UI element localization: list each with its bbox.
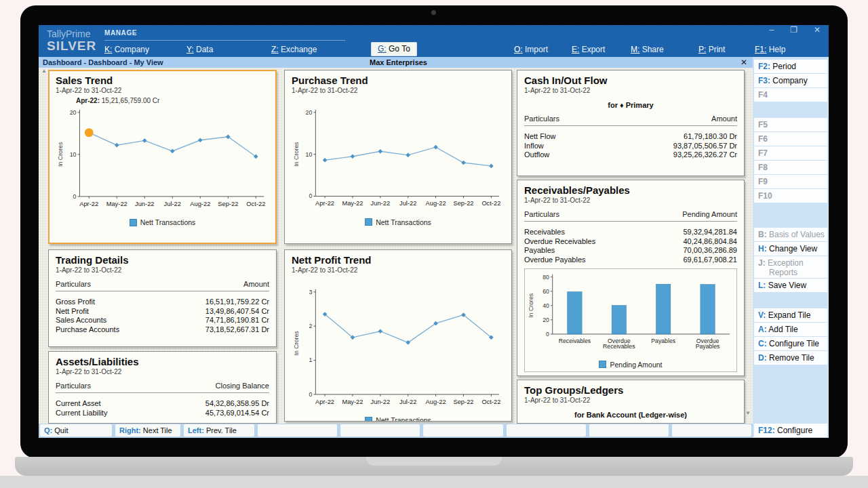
row-label: Overdue Payables xyxy=(524,256,586,265)
menu-data[interactable]: Y: Data xyxy=(186,45,213,54)
svg-text:10: 10 xyxy=(70,151,77,158)
tile-period: 1-Apr-22 to 31-Oct-22 xyxy=(56,367,269,376)
table-row[interactable]: Sales Accounts74,71,86,190.81 Cr xyxy=(56,316,269,325)
tile-purchase-trend[interactable]: Purchase Trend 1-Apr-22 to 31-Oct-22 010… xyxy=(284,70,512,244)
sidebar-item-f2[interactable]: F2: Period xyxy=(754,60,827,73)
column-header: Amount xyxy=(711,115,737,123)
receivables-bar-chart[interactable]: 020406080In CroresReceivablesOverdueRece… xyxy=(526,270,735,360)
app-window: TallyPrime SILVER MANAGE K: CompanyY: Da… xyxy=(39,25,829,439)
tile-assets-liabilities[interactable]: Assets/Liabilities 1-Apr-22 to 31-Oct-22… xyxy=(48,351,277,424)
maximize-icon[interactable]: ❐ xyxy=(790,25,797,35)
tile-context: for ♦ Primary xyxy=(524,101,737,109)
dashboard-close-icon[interactable]: ✕ xyxy=(741,58,747,67)
menu-label: Company xyxy=(112,45,149,54)
sidebar-item-a[interactable]: A: Add Tile xyxy=(754,323,827,336)
sidebar-item-l[interactable]: L: Save View xyxy=(754,279,827,292)
menu-help[interactable]: F1: Help xyxy=(755,45,785,54)
table-row[interactable]: Current Liability45,73,69,014.54 Cr xyxy=(56,409,269,418)
menu-company[interactable]: K: Company xyxy=(104,45,149,54)
bottombar-next-tile[interactable]: Right: Next Tile xyxy=(115,424,180,436)
sidebar-shortcut-key: F4 xyxy=(758,90,768,100)
table-row[interactable]: Receivables59,32,94,281.84 xyxy=(524,228,737,237)
receivables-table: ParticularsPending AmountReceivables59,3… xyxy=(524,210,737,264)
table-row[interactable]: Outflow93,25,26,326.27 Cr xyxy=(524,150,737,160)
close-icon[interactable]: ✕ xyxy=(814,25,821,35)
row-value: 73,18,52,667.31 Dr xyxy=(205,325,269,335)
sidebar-shortcut-key: V: xyxy=(758,310,766,320)
dashboard-content: ▲ ▼ Sales Trend 1-Apr-22 to 31-Oct-22 Ap… xyxy=(39,68,753,424)
trading-details-table: ParticularsAmountGross Profit16,51,91,75… xyxy=(56,280,269,334)
bottombar-label: Quit xyxy=(52,426,68,434)
menu-label: Data xyxy=(194,45,214,54)
bottombar-quit[interactable]: Q: Quit xyxy=(40,424,112,436)
svg-text:In Crores: In Crores xyxy=(528,293,534,317)
column-header: Amount xyxy=(243,280,269,288)
svg-text:May-22: May-22 xyxy=(106,201,127,207)
menu-share[interactable]: M: Share xyxy=(631,45,664,54)
table-row[interactable]: Nett Flow61,79,180.30 Dr xyxy=(524,132,737,142)
row-value: 74,71,86,190.81 Cr xyxy=(205,316,269,325)
svg-text:Oct-22: Oct-22 xyxy=(481,399,500,405)
row-label: Nett Flow xyxy=(524,132,555,142)
menu-go-to[interactable]: G: Go To xyxy=(371,42,417,56)
manage-label[interactable]: MANAGE xyxy=(104,29,137,37)
scroll-down-icon[interactable]: ▼ xyxy=(745,410,751,416)
svg-text:0: 0 xyxy=(73,193,77,200)
menu-shortcut-key: Y: xyxy=(186,45,194,54)
row-value: 54,32,86,358.95 Dr xyxy=(205,399,269,409)
sidebar-item-label: Basis of Values xyxy=(767,230,825,239)
cash-flow-table: ParticularsAmountNett Flow61,79,180.30 D… xyxy=(524,115,737,160)
menu-label: Share xyxy=(639,45,663,54)
tile-receivables-payables[interactable]: Receivables/Payables 1-Apr-22 to 31-Oct-… xyxy=(517,180,745,376)
menu-export[interactable]: E: Export xyxy=(572,45,605,54)
sidebar-item-h[interactable]: H: Change View xyxy=(754,242,827,256)
table-row[interactable]: Overdue Receivables40,24,86,804.84 xyxy=(524,237,737,247)
table-row[interactable]: Current Asset54,32,86,358.95 Dr xyxy=(56,399,269,409)
svg-text:May-22: May-22 xyxy=(342,399,363,405)
menu-import[interactable]: O: Import xyxy=(514,45,548,54)
tile-title: Cash In/Out Flow xyxy=(524,75,737,86)
menu-shortcut-key: P: xyxy=(698,45,706,54)
scroll-up-icon[interactable]: ▲ xyxy=(41,68,47,74)
sidebar-item-f12[interactable]: F12: Configure xyxy=(754,424,827,437)
table-row[interactable]: Nett Profit13,49,86,407.54 Cr xyxy=(56,307,269,317)
bottombar: Q: QuitRight: Next TileLeft: Prev. Tile xyxy=(39,424,753,438)
breadcrumb-bar: Dashboard - Dashboard - My View Max Ente… xyxy=(39,57,753,68)
row-label: Current Asset xyxy=(56,399,101,409)
minimize-icon[interactable]: – xyxy=(769,25,774,35)
table-row[interactable]: Purchase Accounts73,18,52,667.31 Dr xyxy=(56,325,269,335)
row-label: Outflow xyxy=(524,150,549,160)
bottombar-prev-tile[interactable]: Left: Prev. Tile xyxy=(184,424,254,436)
tile-trading-details[interactable]: Trading Details 1-Apr-22 to 31-Oct-22 Pa… xyxy=(48,249,277,347)
table-row[interactable]: Payables70,00,36,286.89 xyxy=(524,246,737,256)
svg-text:0: 0 xyxy=(309,192,313,199)
sidebar-item-f3[interactable]: F3: Company xyxy=(754,74,827,87)
table-row[interactable]: Inflow93,87,05,506.57 Dr xyxy=(524,142,737,151)
table-row[interactable]: Overdue Payables69,61,67,908.21 xyxy=(524,256,737,265)
tile-top-groups[interactable]: Top Groups/Ledgers 1-Apr-22 to 31-Oct-22… xyxy=(517,380,745,424)
bottombar-empty-slot xyxy=(507,424,586,436)
tile-nett-profit-trend[interactable]: Nett Profit Trend 1-Apr-22 to 31-Oct-22 … xyxy=(284,249,512,422)
svg-text:80: 80 xyxy=(542,274,549,281)
tile-cash-flow[interactable]: Cash In/Out Flow 1-Apr-22 to 31-Oct-22 f… xyxy=(517,70,745,176)
purchase-trend-chart[interactable]: 01020In CroresApr-22May-22Jun-22Jul-22Au… xyxy=(292,106,505,218)
sidebar-shortcut-key: L: xyxy=(758,281,766,290)
sidebar-item-label: Period xyxy=(770,62,796,71)
svg-text:Oct-22: Oct-22 xyxy=(481,200,500,207)
svg-text:Receivables: Receivables xyxy=(603,343,635,350)
chart-tooltip: Apr-22: 15,21,65,759.00 Cr xyxy=(76,97,269,106)
svg-text:Jun-22: Jun-22 xyxy=(371,200,390,207)
laptop-foot xyxy=(0,476,868,488)
sidebar-item-c[interactable]: C: Configure Tile xyxy=(754,337,827,350)
svg-text:3: 3 xyxy=(309,289,313,296)
row-value: 93,25,26,326.27 Cr xyxy=(673,150,737,160)
nett-profit-chart[interactable]: 0123In CroresApr-22May-22Jun-22Jul-22Aug… xyxy=(292,285,505,415)
bottombar-label: Next Tile xyxy=(141,426,172,434)
sales-trend-chart[interactable]: 01020In CroresApr-22May-22Jun-22Jul-22Au… xyxy=(56,106,269,218)
menu-print[interactable]: P: Print xyxy=(698,45,725,54)
sidebar-item-d[interactable]: D: Remove Tile xyxy=(754,351,827,365)
tile-sales-trend[interactable]: Sales Trend 1-Apr-22 to 31-Oct-22 Apr-22… xyxy=(48,70,277,244)
menu-exchange[interactable]: Z: Exchange xyxy=(271,45,317,54)
table-row[interactable]: Gross Profit16,51,91,759.22 Cr xyxy=(56,298,269,307)
sidebar-item-v[interactable]: V: Expand Tile xyxy=(754,308,827,322)
